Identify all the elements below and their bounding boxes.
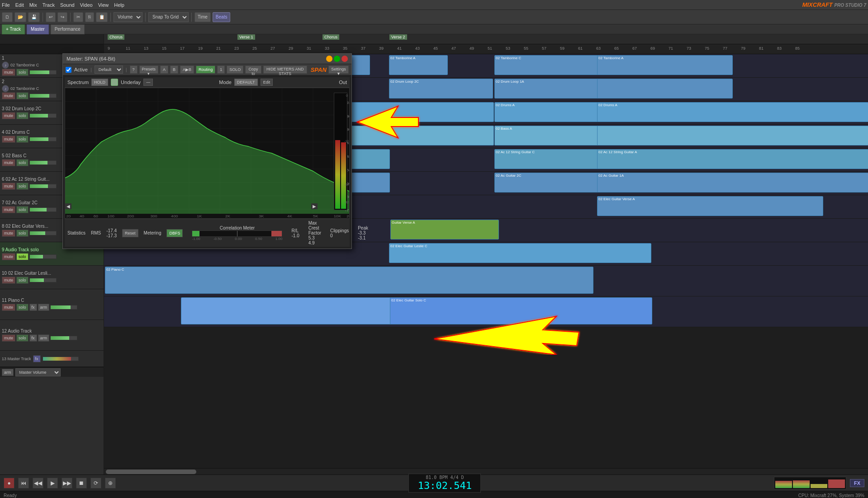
b-button[interactable]: B: [170, 66, 178, 74]
copy-to-button[interactable]: Copy to: [245, 66, 261, 74]
presets-button[interactable]: Presets ▾: [139, 66, 159, 74]
track-6-mute[interactable]: mute: [2, 183, 15, 190]
clip-2b[interactable]: 02 Drum Loop 2C: [389, 79, 493, 99]
menu-track[interactable]: Track: [43, 2, 55, 8]
clip-10a[interactable]: 02 Piano C: [105, 267, 593, 294]
clip-9a[interactable]: 02 Elec Guitar Leslie C: [389, 243, 651, 263]
track-4-mute[interactable]: mute: [2, 136, 15, 143]
clip-1f[interactable]: 02 Tamborine A: [597, 55, 733, 75]
track-9-solo[interactable]: solo: [16, 253, 28, 260]
volume-select[interactable]: Volume: [114, 12, 142, 22]
track-5-mute[interactable]: mute: [2, 159, 15, 166]
scroll-left-btn[interactable]: ◀: [65, 203, 71, 209]
track-11-mute[interactable]: mute: [2, 304, 15, 311]
track-12-fader[interactable]: [50, 336, 77, 340]
record-button[interactable]: ●: [4, 478, 14, 489]
track-12-mute[interactable]: mute: [2, 334, 15, 342]
track-3-solo[interactable]: solo: [16, 112, 28, 119]
maximize-button[interactable]: [334, 56, 340, 62]
track-8-fader[interactable]: [29, 231, 57, 235]
track-8-solo[interactable]: solo: [16, 230, 28, 237]
track-12-solo[interactable]: solo: [16, 334, 28, 342]
num-button[interactable]: 1: [217, 66, 225, 74]
track-7-fader[interactable]: [29, 207, 57, 212]
clip-5c[interactable]: 02 Ac 12 String Guitar A: [597, 149, 868, 169]
menu-help[interactable]: Help: [114, 2, 124, 8]
undo-button[interactable]: ↩: [46, 12, 56, 22]
snap-select[interactable]: Snap To Grid: [148, 12, 189, 22]
clip-2d[interactable]: [597, 79, 733, 99]
redo-button[interactable]: ↪: [57, 12, 67, 22]
active-checkbox[interactable]: [66, 67, 71, 73]
hide-button[interactable]: HIDE METERS AND STATS: [263, 66, 307, 74]
paste-button[interactable]: 📋: [96, 12, 108, 22]
track-1-solo[interactable]: solo: [16, 69, 28, 76]
master-fader[interactable]: [43, 357, 79, 361]
track-7-mute[interactable]: mute: [2, 206, 15, 213]
track-3-mute[interactable]: mute: [2, 112, 15, 119]
track-11-fx[interactable]: fx: [29, 304, 37, 311]
menu-view[interactable]: View: [98, 2, 109, 8]
scroll-right-btn[interactable]: ▶: [311, 203, 318, 209]
track-9-mute[interactable]: mute: [2, 253, 15, 260]
clip-3c[interactable]: 02 Drums A: [597, 102, 868, 122]
edit-mode-btn[interactable]: Edit: [261, 79, 273, 86]
track-2-mute[interactable]: mute: [2, 92, 15, 99]
fx-button[interactable]: FX: [850, 479, 864, 487]
routing-button[interactable]: Routing: [196, 66, 215, 74]
track-5-solo[interactable]: solo: [16, 159, 28, 166]
snap-button[interactable]: ⊕: [105, 478, 116, 489]
master-fx-button[interactable]: fx: [33, 355, 41, 362]
menu-sound[interactable]: Sound: [60, 2, 75, 8]
scroll-thumb[interactable]: [106, 470, 196, 474]
stop-button[interactable]: ⏹: [76, 478, 87, 489]
track-2-fader[interactable]: [29, 94, 57, 98]
track-12-fx[interactable]: fx: [29, 334, 37, 342]
track-12-arm[interactable]: arm: [38, 334, 50, 342]
track-6-fader[interactable]: [29, 184, 57, 188]
cut-button[interactable]: ✂: [73, 12, 83, 22]
default-mode-btn[interactable]: DEFAULT: [234, 79, 258, 86]
clip-7a[interactable]: 02 Elec Guitar Verse A: [597, 196, 823, 216]
clip-11a[interactable]: [181, 297, 421, 324]
new-button[interactable]: 🗋: [2, 12, 13, 22]
beats-button[interactable]: Beats: [213, 12, 231, 22]
track-3-fader[interactable]: [29, 113, 57, 118]
horizontal-scrollbar[interactable]: [104, 468, 868, 475]
close-button[interactable]: [342, 56, 348, 62]
open-button[interactable]: 📂: [14, 12, 26, 22]
master-arm-button[interactable]: arm: [2, 369, 14, 376]
performance-button[interactable]: Performance: [51, 24, 85, 34]
menu-video[interactable]: Video: [80, 2, 93, 8]
time-button[interactable]: Time: [194, 12, 211, 22]
track-10-fader[interactable]: [29, 278, 57, 282]
track-9-fader[interactable]: [29, 254, 57, 259]
save-button[interactable]: 💾: [28, 12, 40, 22]
menu-edit[interactable]: Edit: [15, 2, 24, 8]
track-5-fader[interactable]: [29, 160, 57, 165]
clip-1d[interactable]: 02 Tamborine A: [389, 55, 448, 75]
preset-select[interactable]: Default: [95, 66, 123, 74]
clip-6c[interactable]: 02 Ac Guitar 1A: [597, 173, 868, 193]
track-8-mute[interactable]: mute: [2, 230, 15, 237]
play2-button[interactable]: ▶▶: [62, 478, 72, 489]
settings-button[interactable]: Settings ▼: [328, 66, 349, 74]
track-10-solo[interactable]: solo: [16, 277, 28, 284]
minimize-button[interactable]: [326, 56, 332, 62]
solo-button[interactable]: SOLO: [227, 66, 243, 74]
track-4-solo[interactable]: solo: [16, 136, 28, 143]
rewind-button[interactable]: ⏮: [18, 478, 29, 489]
track-7-solo[interactable]: solo: [16, 206, 28, 213]
track-11-solo[interactable]: solo: [16, 304, 28, 311]
hold-button[interactable]: HOLD: [91, 79, 108, 86]
track-1-mute[interactable]: mute: [2, 69, 15, 76]
play-button[interactable]: ▶: [47, 478, 58, 489]
loop-button[interactable]: ⟳: [90, 478, 101, 489]
back-button[interactable]: ◀◀: [33, 478, 43, 489]
help-button[interactable]: ?: [130, 66, 138, 74]
clip-8a[interactable]: Guitar Verse A: [390, 220, 499, 240]
underlay-btn[interactable]: —: [143, 79, 153, 86]
clip-4c[interactable]: [597, 126, 868, 146]
a-button[interactable]: A: [160, 66, 168, 74]
track-1-fader[interactable]: [29, 70, 57, 75]
